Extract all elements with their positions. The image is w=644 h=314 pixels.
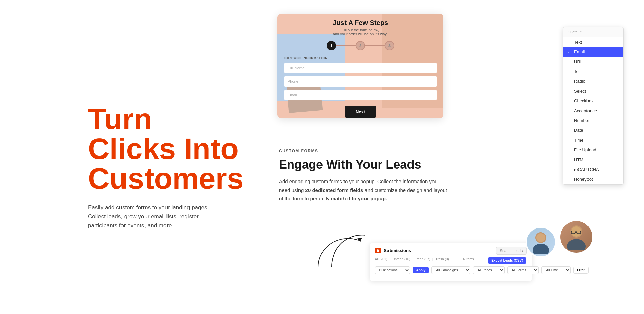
submissions-preview-area: E Submissions Search Leads All (201) | U… [277, 217, 624, 284]
hero-subtitle: Easily add custom forms to your landing … [88, 203, 220, 231]
section-body: Add engaging custom forms to your popup.… [279, 177, 448, 203]
step-line-2 [365, 45, 385, 46]
form-section-label: CONTACT INFORMATION [284, 56, 328, 60]
dropdown-label-checkbox: Checkbox [574, 98, 594, 103]
avatar-woman [526, 227, 556, 257]
dropdown-label-date: Date [574, 128, 583, 133]
dropdown-item-url[interactable]: URL [563, 57, 623, 67]
submissions-card: E Submissions Search Leads All (201) | U… [370, 243, 532, 281]
dropdown-label-text: Text [574, 40, 582, 45]
step-2: 2 [356, 41, 365, 50]
forms-select[interactable]: All Forms [507, 266, 539, 274]
dropdown-item-number[interactable]: Number [563, 116, 623, 125]
search-leads-button[interactable]: Search Leads [496, 247, 527, 255]
form-phone-field[interactable]: Phone [284, 76, 437, 87]
filter-read[interactable]: Read (57) [415, 257, 430, 264]
submissions-filters: All (201) | Unread (16) | Read (57) | Tr… [375, 257, 527, 264]
form-card-subtitle: Fill out the form below, and your order … [333, 28, 388, 36]
step-indicator: 1 2 3 [327, 41, 394, 50]
submissions-actions: Bulk actions Apply All Campaigns All Pag… [375, 266, 527, 274]
check-icon-email: ✓ [567, 50, 572, 54]
form-preview-card: Just A Few Steps Fill out the form below… [277, 14, 443, 118]
dropdown-label-file-upload: File Upload [574, 147, 596, 152]
dropdown-label-url: URL [574, 59, 583, 64]
pages-select[interactable]: All Pages [473, 266, 505, 274]
dropdown-item-checkbox[interactable]: Checkbox [563, 96, 623, 106]
form-card-title: Just A Few Steps [333, 19, 388, 27]
filter-unread[interactable]: Unread (16) [392, 257, 410, 264]
dropdown-label-html: HTML [574, 157, 586, 162]
dropdown-item-time[interactable]: Time [563, 135, 623, 145]
hero-title: Turn Clicks Into Customers [88, 104, 244, 193]
step-line-1 [336, 45, 356, 46]
campaigns-select[interactable]: All Campaigns [431, 266, 470, 274]
svg-point-4 [536, 233, 545, 242]
apply-button[interactable]: Apply [413, 267, 429, 273]
dropdown-label-time: Time [574, 138, 583, 143]
svg-point-6 [567, 239, 586, 250]
submissions-title: Submissions [384, 248, 411, 253]
step-1: 1 [327, 41, 336, 50]
filter-button[interactable]: Filter [573, 267, 588, 274]
dropdown-item-radio[interactable]: Radio [563, 76, 623, 86]
time-select[interactable]: All Time [541, 266, 571, 274]
submissions-header: E Submissions Search Leads [375, 247, 527, 255]
curved-arrows-svg [298, 220, 365, 274]
export-leads-button[interactable]: Export Leads (CSV) [488, 257, 526, 264]
svg-point-3 [533, 244, 549, 254]
dropdown-item-html[interactable]: HTML [563, 155, 623, 165]
filter-all[interactable]: All (201) [375, 257, 387, 264]
dropdown-label-recaptcha: reCAPTCHA [574, 167, 599, 172]
dropdown-label-email: Email [574, 49, 585, 54]
dropdown-item-tel[interactable]: Tel [563, 67, 623, 76]
dropdown-item-acceptance[interactable]: Acceptance [563, 106, 623, 116]
form-email-field[interactable]: Email [284, 90, 437, 100]
dropdown-item-file-upload[interactable]: File Upload [563, 145, 623, 155]
dropdown-label-number: Number [574, 118, 590, 123]
field-type-dropdown[interactable]: * Default Text ✓ Email URL Tel [563, 27, 624, 185]
dropdown-label-honeypot: Honeypot [574, 177, 593, 182]
step-3: 3 [385, 41, 394, 50]
items-count: 6 items [463, 257, 474, 264]
dropdown-label-select: Select [574, 89, 586, 94]
dropdown-item-recaptcha[interactable]: reCAPTCHA [563, 165, 623, 174]
dropdown-item-text[interactable]: Text [563, 37, 623, 47]
filter-trash[interactable]: Trash (0) [435, 257, 449, 264]
form-preview-area: Just A Few Steps Fill out the form below… [277, 14, 624, 135]
hero-section: Turn Clicks Into Customers Easily add cu… [0, 0, 264, 314]
dropdown-item-select[interactable]: Select [563, 86, 623, 96]
right-section: Just A Few Steps Fill out the form below… [264, 0, 644, 314]
svg-point-7 [571, 226, 581, 237]
dropdown-label-acceptance: Acceptance [574, 108, 597, 113]
dropdown-item-honeypot[interactable]: Honeypot [563, 174, 623, 184]
dropdown-item-date[interactable]: Date [563, 125, 623, 135]
dropdown-item-email[interactable]: ✓ Email [563, 47, 623, 57]
dropdown-label-radio: Radio [574, 79, 585, 84]
dropdown-header: * Default [563, 27, 623, 37]
form-full-name-field[interactable]: Full Name [284, 63, 437, 73]
bulk-actions-select[interactable]: Bulk actions [375, 266, 410, 274]
dropdown-label-tel: Tel [574, 69, 580, 74]
form-next-button[interactable]: Next [345, 106, 376, 118]
elementor-badge: E [375, 248, 381, 253]
avatar-man [559, 220, 593, 254]
